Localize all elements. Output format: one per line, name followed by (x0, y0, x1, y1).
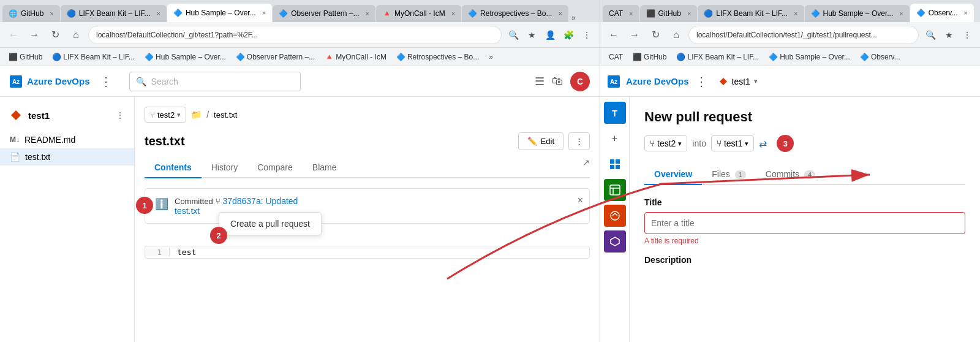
tab-close-icon[interactable]: × (262, 9, 266, 17)
edit-button[interactable]: ✏️ Edit (518, 132, 564, 150)
tab-close-icon[interactable]: × (366, 10, 369, 17)
profile-icon[interactable]: 👤 (542, 27, 558, 43)
tab-cat[interactable]: CAT × (603, 5, 639, 22)
bookmark-retrospectives[interactable]: 🔷 Retrospectives – Bo... (393, 51, 483, 63)
bookmark-observer-r[interactable]: 🔷 Observ... (856, 51, 904, 63)
project-icon-right (718, 77, 728, 86)
tab-close-icon[interactable]: × (50, 10, 53, 17)
list-icon[interactable]: ☰ (535, 75, 545, 88)
user-avatar[interactable]: C (570, 72, 590, 91)
expand-icon[interactable]: ↗ (582, 158, 590, 177)
tab-close-icon[interactable]: × (558, 10, 562, 17)
tab-close-icon[interactable]: × (629, 10, 633, 17)
more-tabs-icon[interactable]: » (569, 13, 578, 22)
nav-boards-icon[interactable] (604, 153, 626, 175)
tab-blame[interactable]: Blame (303, 158, 347, 178)
tab-github-r[interactable]: ⬛ GitHub × (640, 5, 698, 22)
extensions-icon[interactable]: 🧩 (560, 27, 576, 43)
tab-close-icon[interactable]: × (157, 10, 160, 17)
pr-tab-overview[interactable]: Overview (644, 164, 702, 185)
project-dots-icon[interactable]: ⋮ (116, 110, 124, 120)
nav-add-icon[interactable]: + (604, 127, 626, 150)
notification-close-icon[interactable]: × (578, 195, 583, 206)
nav-artifacts-icon[interactable] (604, 230, 626, 253)
file-more-button[interactable]: ⋮ (568, 132, 590, 150)
tab-retrospectives[interactable]: 🔷 Retrospectives – Bo... × (462, 5, 568, 22)
github-favicon: 🌐 (9, 9, 17, 18)
tab-github[interactable]: 🌐 GitHub × (2, 5, 60, 22)
pr-tab-commits[interactable]: Commits 4 (756, 164, 825, 185)
file-item-testtxt[interactable]: 📄 test.txt (0, 148, 134, 165)
tab-close-icon[interactable]: × (451, 10, 455, 17)
bookmark-github[interactable]: ⬛ GitHub (5, 51, 46, 63)
tab-contents[interactable]: Contents (145, 158, 202, 178)
reload-button-right[interactable]: ↻ (647, 26, 664, 44)
tab-hubsample-r[interactable]: 🔷 Hub Sample – Over... × (805, 5, 910, 22)
pr-title-input[interactable] (644, 212, 965, 234)
file-tree: M↓ README.md 📄 test.txt (0, 126, 134, 170)
commit-link[interactable]: 37d8637a: Updated (222, 196, 298, 206)
bookmarks-bar-left: ⬛ GitHub 🔵 LIFX Beam Kit – LIF... 🔷 Hub … (0, 48, 600, 66)
file-item-readme[interactable]: M↓ README.md (0, 131, 134, 148)
back-button[interactable]: ← (5, 26, 22, 44)
tab-close-icon[interactable]: × (963, 9, 967, 17)
tab-observer[interactable]: 🔷 Observer Pattern –... × (273, 5, 375, 22)
nav-pipelines-icon[interactable] (604, 205, 626, 227)
search-browser-icon[interactable]: 🔍 (505, 27, 521, 43)
forward-button-right[interactable]: → (626, 26, 643, 44)
bookmark-lifx[interactable]: 🔵 LIFX Beam Kit – LIF... (48, 51, 138, 63)
bookmark-hubsample-r[interactable]: 🔷 Hub Sample – Over... (765, 51, 854, 63)
tab-close-icon[interactable]: × (794, 10, 797, 17)
bookmark-star-icon[interactable]: ★ (524, 27, 540, 43)
bookmark-cat[interactable]: CAT (605, 51, 627, 63)
ado-menu-dots-right-icon[interactable]: ⋮ (695, 74, 707, 89)
search-box[interactable]: 🔍 Search (129, 72, 301, 91)
tab-lifx[interactable]: 🔵 LIFX Beam Kit – LIF... × (61, 5, 167, 22)
tab-close-icon[interactable]: × (687, 10, 691, 17)
pr-branch-from[interactable]: ⑂ test2 ▾ (644, 135, 687, 151)
browser-menu-icon[interactable]: ⋮ (579, 27, 595, 43)
back-button-right[interactable]: ← (605, 26, 622, 44)
tab-observer-r[interactable]: 🔷 Observ... × (910, 4, 974, 22)
url-input-right[interactable] (688, 26, 919, 44)
tab-lifx-r[interactable]: 🔵 LIFX Beam Kit – LIF... × (698, 5, 804, 22)
bag-icon[interactable]: 🛍 (552, 75, 563, 88)
pr-tab-files[interactable]: Files 1 (702, 164, 756, 185)
swap-branches-icon[interactable]: ⇄ (759, 138, 767, 150)
repos-svg-icon (609, 184, 620, 196)
bookmark-observer[interactable]: 🔷 Observer Pattern –... (232, 51, 318, 63)
bookmark-github-r[interactable]: ⬛ GitHub (629, 51, 670, 63)
bookmarks-more-icon[interactable]: » (485, 51, 497, 63)
create-pull-request-button[interactable]: Create a pull request (219, 212, 322, 235)
browser-menu-icon-r[interactable]: ⋮ (959, 27, 975, 43)
url-input-left[interactable] (88, 26, 502, 44)
annotation-1: 1 (136, 197, 153, 214)
search-browser-icon-r[interactable]: 🔍 (922, 27, 938, 43)
ado-menu-dots-icon[interactable]: ⋮ (100, 74, 112, 89)
pr-into-text: into (692, 139, 706, 148)
nav-repos-icon[interactable] (604, 179, 626, 201)
pr-branch-to[interactable]: ⑂ test1 ▾ (711, 135, 754, 151)
reload-button[interactable]: ↻ (47, 26, 64, 44)
tab-myoncall[interactable]: 🔺 MyOnCall - IcM × (376, 5, 461, 22)
home-button[interactable]: ⌂ (67, 26, 85, 44)
bookmark-star-icon-r[interactable]: ★ (941, 27, 957, 43)
bookmark-myoncall[interactable]: 🔺 MyOnCall - IcM (321, 51, 390, 63)
project-dropdown-icon[interactable]: ▾ (754, 77, 758, 85)
main-split: test1 ⋮ M↓ README.md 📄 test.txt (0, 97, 600, 342)
forward-button[interactable]: → (26, 26, 43, 44)
tab-favicon: 🔵 (67, 9, 75, 18)
file-link[interactable]: test.txt (175, 206, 200, 216)
markdown-icon: M↓ (10, 135, 20, 144)
home-button-right[interactable]: ⌂ (668, 26, 685, 44)
pr-tab-files-badge: 1 (735, 170, 746, 179)
branch-selector[interactable]: ⑂ test2 ▾ (145, 107, 186, 123)
tab-compare[interactable]: Compare (247, 158, 303, 178)
nav-home-icon[interactable]: T (604, 102, 626, 124)
tab-history[interactable]: History (202, 158, 248, 178)
path-filename: test.txt (214, 110, 237, 120)
tab-hubsample[interactable]: 🔷 Hub Sample – Over... × (167, 4, 272, 22)
bookmark-hubsample[interactable]: 🔷 Hub Sample – Over... (141, 51, 230, 63)
bookmark-lifx-r[interactable]: 🔵 LIFX Beam Kit – LIF... (673, 51, 763, 63)
tab-close-icon[interactable]: × (899, 10, 903, 17)
